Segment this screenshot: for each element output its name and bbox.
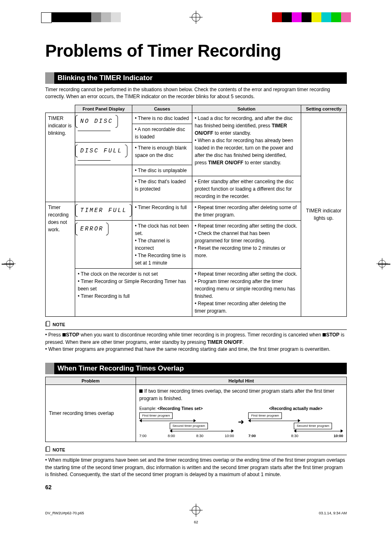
color-bar-right [272,12,351,22]
th-hint: Helpful Hint [136,377,346,385]
th-problem: Problem [46,377,136,385]
cause-r3: • There is enough blank space on the dis… [132,142,192,165]
note1-label: NOTE [53,322,65,327]
th-front-panel: Front Panel Display [75,105,132,113]
solution-r7: • Repeat timer recording after setting t… [192,220,301,268]
arrow-right-icon: ➜ [238,417,244,428]
section1-intro: Timer recording cannot be performed in t… [45,86,347,101]
th-setting: Setting correctly [301,105,346,113]
section-heading-overlap: When Timer Recording Times Overlap [45,363,347,374]
first-timer-program-box-made: First timer program [248,412,282,419]
solution-r6: • Repeat timer recording after deleting … [192,202,301,220]
display-error: ERROR [78,224,106,234]
footer-pagenum: 62 [194,520,198,524]
page-number: 62 [45,484,347,491]
cause-r6: • Timer Recording is full [132,202,192,220]
print-footer: DV_RW2U#p62-70.p65 62 03.1.14, 9:34 AM [0,507,392,527]
footer-date: 03.1.14, 9:34 AM [319,511,347,515]
second-timer-program-box: Second timer program [170,423,208,429]
th-solution: Solution [192,105,301,113]
first-timer-program-box: First timer program [139,412,173,419]
note2-bullet1: When multiple timer programs have been s… [45,457,347,478]
cause-r5: • The disc that's loaded is protected [132,176,192,202]
stop-icon [62,333,66,336]
troubleshooting-table: Front Panel Display Causes Solution Sett… [45,105,347,317]
cause-r2: • A non recordable disc is loaded [132,124,192,142]
note2-label: NOTE [53,447,65,452]
square-bullet-icon [139,389,143,393]
problem-cell: Timer recording times overlap [46,385,136,442]
hint-cell: If two timer recording times overlap, th… [136,385,346,442]
footer-filename: DV_RW2U#p62-70.p65 [45,511,84,515]
note1-bullet2: When timer programs are programmed that … [45,346,347,353]
color-bar-left [41,12,121,22]
side-reg-right [376,258,388,269]
overlap-table: Problem Helpful Hint Timer recording tim… [45,377,347,442]
solution-r8: • Repeat timer recording after setting t… [192,268,301,316]
second-timer-program-box-made: Second timer program [294,423,332,429]
cause-r4: • The disc is unplayable [132,165,192,176]
note-icon [45,446,51,454]
display-disc-full: DISC FULL [78,146,125,156]
solution-group1: • Load a disc for recording, and after t… [192,113,301,176]
th-causes: Causes [132,105,192,113]
group1-label: TIMER indicator is blinking. [46,113,75,202]
display-no-disc: NO DISC [78,116,115,127]
page-title: Problems of Timer Recording [45,41,347,61]
note1-bullet1: Press STOP when you want to discontinue … [45,332,347,346]
group2-label: Timer recording does not work. [46,202,75,316]
cause-r1: • There is no disc loaded [132,113,192,124]
side-reg-left [4,258,16,269]
cause-r8: • The clock on the recorder is not set •… [75,268,192,316]
registration-mark-icon [189,11,203,24]
note-block-1: NOTE Press STOP when you want to discont… [45,321,347,353]
setting-correctly: TIMER indicator lights up. [301,113,346,316]
registration-mark-bottom-icon [189,504,203,517]
print-registration-top [0,12,392,29]
stop-icon [323,333,326,336]
section-heading-blinking: Blinking the TIMER Indicator [45,72,347,84]
solution-r5: • Enter standby after either canceling t… [192,176,301,202]
note-icon [45,321,51,329]
note-block-2: NOTE When multiple timer programs have b… [45,446,347,479]
cause-r7: • The clock has not been set. • The chan… [132,220,192,268]
display-timer-full: TIMER FULL [78,205,129,216]
